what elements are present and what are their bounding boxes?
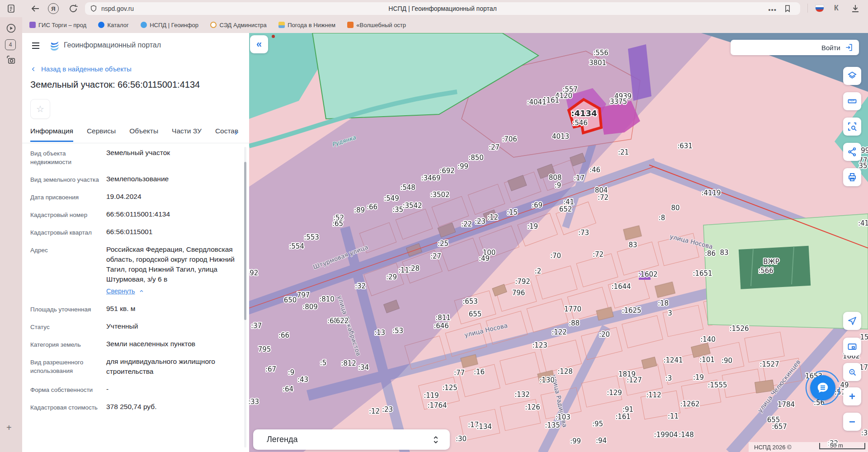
divider — [22, 143, 249, 143]
yandex-icon[interactable]: Я — [48, 3, 59, 14]
tab-parts[interactable]: Части ЗУ — [172, 127, 202, 142]
parcel-label: :27 — [430, 252, 441, 260]
map-scale-label: 50 m — [830, 442, 843, 449]
parcel-label: 622 — [336, 317, 349, 325]
parcel-label: :103 — [555, 413, 571, 421]
parcel-label: :23 — [382, 405, 393, 414]
bookmark-pogoda[interactable]: Погода в Нижнем — [278, 17, 335, 33]
parcel-label: 652 — [559, 205, 572, 213]
share-button[interactable] — [843, 143, 861, 161]
download-icon[interactable] — [850, 3, 861, 14]
portal-logo-icon — [48, 39, 61, 54]
bookmark-favicon — [278, 22, 285, 28]
menu-icon[interactable] — [30, 40, 41, 53]
parcel-label: :101 — [699, 356, 715, 364]
chat-bubble-icon — [816, 381, 830, 395]
bookmark-gis-torgi[interactable]: ГИС Торги – прод — [29, 17, 86, 33]
panel-scrollbar[interactable] — [244, 162, 246, 320]
parcel-label: 83 — [720, 249, 728, 257]
parcel-label: :88 — [569, 319, 580, 327]
legend-bar[interactable]: Легенда — [253, 429, 450, 450]
parcel-label: :11 — [668, 412, 679, 420]
parcel-label: 4013 — [552, 132, 569, 141]
parcel-label: :19 — [527, 222, 538, 231]
parcel-label: :15 — [507, 208, 518, 217]
parcel-label: :566 — [758, 267, 774, 275]
attributes-list: Вид объекта недвижимостиЗемельный участо… — [30, 148, 235, 419]
zoom-in-button[interactable]: + — [843, 387, 861, 405]
parcel-label: :33 — [249, 398, 259, 406]
tab-services[interactable]: Сервисы — [87, 127, 116, 142]
parcel-label: :812 — [341, 359, 356, 367]
parcel-label: 795 — [258, 345, 271, 353]
parcel-label: :99 — [570, 437, 581, 445]
parcel-label: :653 — [462, 297, 478, 306]
parcel-label: :126 — [525, 403, 540, 411]
tab-information[interactable]: Информация — [30, 127, 73, 142]
parcel-label: :72 — [598, 193, 609, 202]
minimap-icon — [847, 341, 858, 352]
parcel-label: :12 — [487, 213, 498, 221]
tabs-scroll-right-icon[interactable]: › — [235, 128, 237, 137]
parcel-label: :548 — [400, 184, 415, 192]
tab-panel-icon[interactable] — [6, 3, 17, 14]
screenshot-icon[interactable] — [5, 54, 17, 67]
parcel-label: 792 — [249, 269, 258, 277]
parcel-label: :810 — [319, 295, 335, 303]
reload-icon[interactable] — [68, 3, 79, 14]
bookmark-nspd[interactable]: НСПД | Геоинфор — [141, 17, 198, 33]
translate-flag-icon[interactable] — [816, 5, 824, 12]
tab-objects[interactable]: Объекты — [129, 127, 158, 142]
more-actions-icon[interactable]: ••• — [768, 6, 777, 14]
chat-button[interactable] — [810, 375, 835, 400]
bookmark-favicon — [347, 22, 354, 28]
parcel-label: :4041 — [527, 98, 546, 106]
bookmark-sed[interactable]: СЭД Администра — [210, 17, 266, 33]
parcel-label: 650 — [284, 296, 297, 304]
parcel-label: :1555 — [708, 381, 727, 389]
locate-button[interactable] — [843, 312, 861, 330]
layers-button[interactable] — [843, 67, 861, 85]
login-button[interactable]: Войти — [731, 40, 859, 55]
parcel-label: :19 — [693, 373, 704, 381]
parcel-label: 83 — [628, 241, 637, 249]
favorite-star-button[interactable]: ☆ — [30, 99, 50, 119]
bookmark-icon[interactable] — [783, 4, 792, 13]
collapse-panel-button[interactable]: « — [250, 35, 268, 53]
parcel-label: :140 — [700, 335, 716, 344]
k-extension-icon[interactable]: К — [834, 4, 839, 12]
parcel-label: :4134 — [571, 108, 597, 118]
bookmark-volshebny[interactable]: «Волшебный остр — [347, 17, 406, 33]
field-row: Вид разрешенного использованиядля индиви… — [30, 357, 235, 377]
parcel-label: :65 — [332, 220, 343, 228]
map-canvas[interactable]: Штурмовая улицаулица Декабристовулица Но… — [249, 33, 868, 452]
ruler-button[interactable] — [843, 92, 861, 110]
print-button[interactable] — [843, 168, 861, 186]
add-icon[interactable]: + — [6, 423, 12, 432]
bookmark-katalog[interactable]: Каталог — [98, 17, 128, 33]
bookmark-favicon — [141, 22, 147, 28]
parcel-label: :130 — [539, 376, 555, 384]
collapse-address-link[interactable]: Свернуть — [106, 286, 235, 296]
minimap-button[interactable] — [843, 338, 861, 356]
parcel-label: :549 — [384, 194, 399, 202]
parcel-label: :1527 — [760, 360, 779, 368]
page-title: Земельный участок: 66:56:0115001:4134 — [30, 80, 200, 90]
bookmarks-bar: ГИС Торги – прод Каталог НСПД | Геоинфор… — [22, 17, 868, 33]
area-search-icon — [847, 121, 858, 132]
back-to-results-link[interactable]: Назад в найденные объекты — [30, 65, 132, 73]
share-icon — [847, 146, 858, 157]
play-icon[interactable] — [5, 23, 17, 36]
tabs-count-badge[interactable]: 4 — [5, 39, 16, 50]
address-bar[interactable]: nspd.gov.ru НСПД | Геоинформационный пор… — [85, 2, 800, 15]
field-row: Кадастровая стоимость378 250,74 руб. — [30, 402, 235, 412]
parcel-label: :89 — [354, 206, 365, 214]
parcel-label: :3542 — [402, 202, 422, 210]
parcel-label: :5 — [320, 359, 327, 367]
field-row: Категория земельЗемли населенных пунктов — [30, 339, 235, 349]
area-select-button[interactable] — [843, 118, 861, 136]
bookmark-favicon — [98, 22, 104, 28]
zoom-out-button[interactable]: − — [843, 413, 861, 431]
coordinate-search-button[interactable] — [843, 363, 861, 381]
back-icon[interactable] — [30, 3, 41, 14]
